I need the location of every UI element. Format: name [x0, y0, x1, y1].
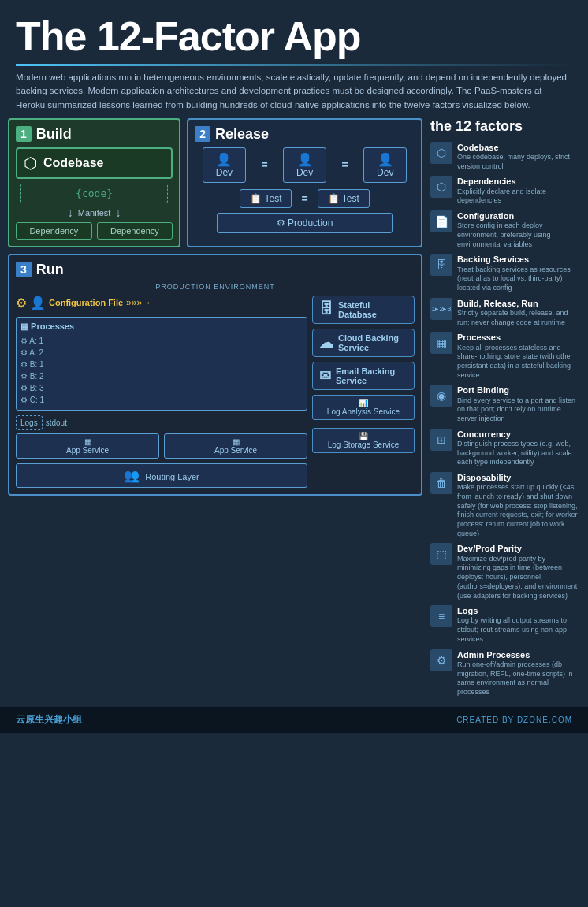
- person-icon-3: 👤: [370, 152, 400, 167]
- gear-b3-icon: ⚙: [20, 384, 28, 392]
- process-item-b2: ⚙ B: 2: [20, 370, 303, 382]
- log-storage-box: 💾 Log Storage Service: [312, 428, 415, 453]
- app-service-icon-2: ▦: [168, 437, 303, 446]
- process-item-b1: ⚙ B: 1: [20, 359, 303, 370]
- factor-desc-backing-services: Treat backing services as resources (neu…: [457, 266, 580, 293]
- codebase-icon: ⬡: [24, 154, 37, 173]
- factor-name-build-release-run: Build, Release, Run: [457, 298, 580, 309]
- manifest-row: ↓ Manifest ↓: [16, 206, 173, 219]
- build-section: 1 Build ⬡ Codebase {code} ↓ Manifest ↓ D: [8, 118, 180, 247]
- factor-name-dependencies: Dependencies: [457, 176, 580, 187]
- email-icon: ✉: [319, 367, 331, 385]
- header-divider: [16, 64, 572, 66]
- run-title: Run: [36, 262, 64, 278]
- manifest-down-icon2: ↓: [115, 206, 121, 219]
- gear-b1-icon: ⚙: [20, 360, 28, 369]
- factor-name-port-binding: Port Binding: [457, 385, 580, 396]
- factor-name-concurrency: Concurrency: [457, 429, 580, 440]
- app-service-1: ▦ App Service: [16, 433, 159, 459]
- production-label: Production: [288, 217, 333, 229]
- test-icon-2: 📋: [328, 193, 340, 204]
- factor-name-configuration: Configuration: [457, 210, 580, 221]
- factor-desc-processes: Keep all processes stateless and share-n…: [457, 344, 580, 381]
- left-panel: 1 Build ⬡ Codebase {code} ↓ Manifest ↓ D: [8, 118, 422, 702]
- factor-desc-disposability: Make processes start up quickly (<4s fro…: [457, 483, 580, 538]
- equals-1: =: [261, 158, 267, 171]
- factor-item-backing-services: 🗄 Backing Services Treat backing service…: [430, 254, 580, 292]
- factor-icon-codebase: ⬡: [430, 142, 452, 164]
- header: The 12-Factor App Modern web application…: [0, 0, 588, 118]
- factor-name-devprod-parity: Dev/Prod Parity: [457, 543, 580, 554]
- factor-item-port-binding: ◉ Port Binding Bind every service to a p…: [430, 385, 580, 423]
- stateful-db-label: Stateful Database: [338, 300, 408, 319]
- factor-text-dependencies: Dependencies Explicitly declare and isol…: [457, 176, 580, 206]
- factor-item-devprod-parity: ⬚ Dev/Prod Parity Maximize dev/prod pari…: [430, 543, 580, 600]
- config-file-row: ⚙ 👤 Configuration File »»»→: [16, 296, 307, 310]
- factor-item-disposability: 🗑 Disposability Make processes start up …: [430, 472, 580, 538]
- database-icon: 🗄: [319, 301, 333, 318]
- dev-box-3: 👤 Dev: [363, 147, 407, 183]
- factor-text-codebase: Codebase One codebase, many deploys, str…: [457, 142, 580, 172]
- person2-icon: 👤: [30, 296, 46, 310]
- config-label: Configuration File: [49, 298, 123, 307]
- code-inner: {code}: [20, 184, 168, 203]
- release-section: 2 Release 👤 Dev = 👤 Dev =: [187, 118, 422, 247]
- factor-item-configuration: 📄 Configuration Store config in each dep…: [430, 210, 580, 249]
- users-icon: 👥: [124, 469, 140, 482]
- factor-icon-logs: ≡: [430, 605, 452, 627]
- gear-c1-icon: ⚙: [20, 396, 28, 404]
- factor-name-logs: Logs: [457, 605, 580, 616]
- process-item-a2: ⚙ A: 2: [20, 347, 303, 359]
- factor-text-disposability: Disposability Make processes start up qu…: [457, 472, 580, 538]
- run-section: 3 Run PRODUCTION ENVIRONMENT ⚙ 👤 Configu…: [8, 254, 422, 496]
- build-title: Build: [36, 126, 72, 143]
- factor-item-dependencies: ⬡ Dependencies Explicitly declare and is…: [430, 176, 580, 206]
- run-left: ⚙ 👤 Configuration File »»»→ ▦ Processes: [16, 296, 307, 488]
- codebase-label: Codebase: [43, 156, 103, 170]
- process-item-b3: ⚙ B: 3: [20, 382, 303, 394]
- codebase-box: ⬡ Codebase: [16, 147, 173, 179]
- factor-name-processes: Processes: [457, 332, 580, 343]
- gear-icon: ⚙: [16, 296, 27, 310]
- factor-name-admin-processes: Admin Processes: [457, 649, 580, 660]
- cloud-backing-box: ☁ Cloud Backing Service: [312, 329, 415, 357]
- processes-title: ▦ Processes: [20, 322, 303, 332]
- app-service-icon-1: ▦: [20, 437, 155, 446]
- build-release-row: 1 Build ⬡ Codebase {code} ↓ Manifest ↓ D: [8, 118, 422, 247]
- factor-desc-devprod-parity: Maximize dev/prod parity by minimizing g…: [457, 555, 580, 600]
- process-item-c1: ⚙ C: 1: [20, 394, 303, 406]
- factor-text-port-binding: Port Binding Bind every service to a por…: [457, 385, 580, 423]
- factor-icon-configuration: 📄: [430, 210, 452, 232]
- factor-text-devprod-parity: Dev/Prod Parity Maximize dev/prod parity…: [457, 543, 580, 600]
- factor-item-build-release-run: 1▸2▸3 Build, Release, Run Strictly separ…: [430, 298, 580, 328]
- gear-a2-icon: ⚙: [20, 348, 28, 357]
- logs-box: Logs: [16, 415, 43, 430]
- factor-item-processes: ▦ Processes Keep all processes stateless…: [430, 332, 580, 380]
- app-services-row: ▦ App Service ▦ App Service: [16, 433, 307, 459]
- factor-text-logs: Logs Log by writing all output streams t…: [457, 605, 580, 644]
- footer-credit: CREATED BY DZONE.COM: [456, 716, 572, 724]
- factor-text-concurrency: Concurrency Distinguish process types (e…: [457, 429, 580, 467]
- dev-row: 👤 Dev = 👤 Dev = 👤 Dev: [195, 147, 415, 183]
- dep-box-1: Dependency: [16, 222, 92, 240]
- factor-item-logs: ≡ Logs Log by writing all output streams…: [430, 605, 580, 644]
- log-storage-icon: 💾: [359, 432, 368, 440]
- header-description: Modern web applications run in heterogen…: [16, 71, 572, 112]
- log-storage-label: Log Storage Service: [318, 440, 409, 449]
- app-service-label-1: App Service: [20, 446, 155, 455]
- gear-b2-icon: ⚙: [20, 372, 28, 381]
- test-box-2: 📋 Test: [318, 189, 370, 208]
- right-panel: the 12 factors ⬡ Codebase One codebase, …: [422, 118, 580, 702]
- factor-desc-concurrency: Distinguish process types (e.g. web, bac…: [457, 440, 580, 467]
- main-content: 1 Build ⬡ Codebase {code} ↓ Manifest ↓ D: [0, 118, 588, 702]
- app-service-2: ▦ App Service: [164, 433, 307, 459]
- factor-desc-logs: Log by writing all output streams to std…: [457, 616, 580, 644]
- stateful-db-box: 🗄 Stateful Database: [312, 296, 415, 324]
- dev-box-1: 👤 Dev: [203, 147, 246, 183]
- factor-item-codebase: ⬡ Codebase One codebase, many deploys, s…: [430, 142, 580, 172]
- dev-box-2: 👤 Dev: [283, 147, 326, 183]
- factor-item-concurrency: ⊞ Concurrency Distinguish process types …: [430, 429, 580, 467]
- factor-icon-backing-services: 🗄: [430, 254, 452, 276]
- routing-box: 👥 Routing Layer: [16, 463, 307, 488]
- release-title: Release: [215, 126, 269, 143]
